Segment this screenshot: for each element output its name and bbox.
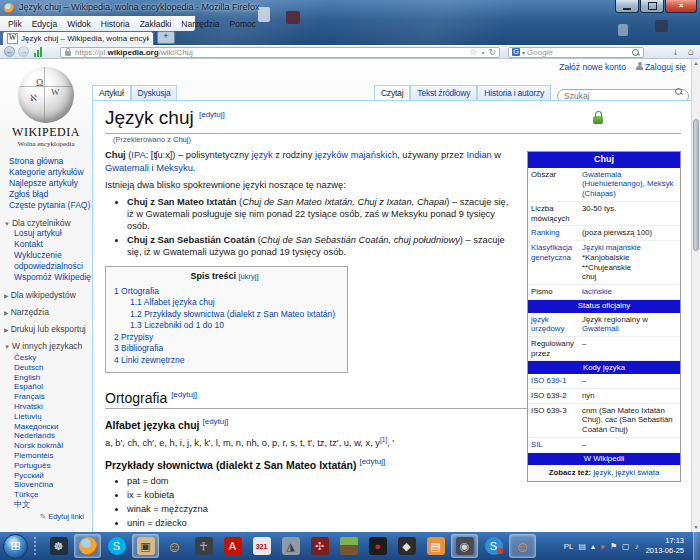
edit-interlanguage-links[interactable]: ✎ Edytuj linki [0,512,92,521]
addon-stats-icon[interactable] [34,47,42,57]
toc-item[interactable]: 2 Przypisy [114,332,335,344]
inline-link[interactable]: języki świata [615,468,659,477]
new-tab-button[interactable]: + [157,31,175,44]
edit-page-link[interactable]: [edytuj] [199,110,225,119]
taskbar-photo-app[interactable]: ◆ [393,534,420,558]
page-tab[interactable]: Tekst źródłowy [410,85,477,100]
search-engine-dropdown-icon[interactable]: ▾ [522,49,525,56]
language-link[interactable]: Македонски [14,422,92,432]
keyboard-language-indicator[interactable]: PL [564,542,574,551]
language-link[interactable]: Nederlands [14,431,92,441]
sidebar-link[interactable]: Zgłoś błąd [9,189,92,200]
inline-link[interactable]: Meksyku [156,163,193,173]
taskbar-skype-alt[interactable]: S [480,534,507,558]
antivirus-icon[interactable]: ● [600,542,605,551]
url-dropdown-icon[interactable]: ▾ [481,49,484,56]
taskbar-red-app[interactable]: ✣ [306,534,333,558]
edit-section-link[interactable]: [edytuj] [171,391,197,400]
hidden-icons-arrow[interactable]: ▴ [591,542,595,551]
sidebar-link[interactable]: Wykluczenie odpowiedzialności [14,250,92,272]
menu-edycja[interactable]: Edycja [27,19,63,29]
home-icon[interactable]: ⌂ [688,45,694,58]
sidebar-section-collapsed[interactable]: ▶Drukuj lub eksportuj [0,324,92,334]
infobox-label[interactable]: Ranking [528,226,579,240]
flag-icon[interactable]: ⚑ [610,542,617,551]
create-account-link[interactable]: Załóż nowe konto [559,62,626,72]
scrollbar-thumb[interactable] [693,119,699,251]
sidebar-link[interactable]: Strona główna [9,156,92,167]
toc-item[interactable]: 1 Ortografia [114,286,335,298]
login-link[interactable]: Zaloguj się [636,62,686,72]
inline-link[interactable]: łacińskie [582,287,612,296]
inline-link[interactable]: Indian [466,150,491,160]
maximize-button[interactable] [640,0,664,13]
scroll-down-arrow[interactable]: ▼ [692,523,700,532]
inline-link[interactable]: Chuj [173,135,188,144]
sidebar-section-readers[interactable]: ▼Dla czytelników [0,218,92,228]
language-link[interactable]: Piemontèis [14,451,92,461]
url-text[interactable]: https://pl.wikipedia.org/wiki/Chuj [75,48,469,57]
taskbar-joystick-app[interactable]: ● [364,534,391,558]
back-button[interactable]: ← [4,46,15,57]
language-link[interactable]: Slovenčina [14,480,92,490]
language-link[interactable]: Norsk bokmål [14,441,92,451]
menu-pomoc[interactable]: Pomoc [225,19,261,29]
taskbar-minecraft[interactable] [335,534,362,558]
search-magnifier-icon[interactable] [632,49,639,56]
search-engine-icon[interactable]: G [512,48,520,56]
browser-search-bar[interactable]: G ▾ Google [508,47,644,58]
infobox-label[interactable]: język urzędowy [528,313,579,336]
sidebar-link[interactable]: Wspomóż Wikipedię [14,272,92,283]
taskbar-camera-app[interactable]: ◉ [451,534,478,558]
menu-plik[interactable]: Plik [3,19,27,29]
language-link[interactable]: Deutsch [14,363,92,373]
network-icon[interactable]: ▢ [622,542,630,551]
inline-link[interactable]: Języki majańskie [582,243,641,252]
menu-narzędzia[interactable]: Narzędzia [176,19,224,29]
wikipedia-logo[interactable]: ΩWℵ [18,67,74,123]
language-link[interactable]: Česky [14,353,92,363]
browser-tab[interactable]: W Język chuj – Wikipedia, wolna encyklop… [2,31,154,45]
language-link[interactable]: English [14,373,92,383]
vertical-scrollbar[interactable]: ▲ ▼ [691,59,700,532]
show-desktop-button[interactable] [693,532,700,560]
taskbar-media-app[interactable]: ▣ [132,534,159,558]
language-link[interactable]: Español [14,382,92,392]
inline-link[interactable]: języków majańskich [315,150,397,160]
inline-link[interactable]: język [593,468,611,477]
language-link[interactable]: 中文 [14,500,92,510]
menu-historia[interactable]: Historia [96,19,135,29]
toc-item[interactable]: 1.1 Alfabet języka chuj [130,297,335,309]
edit-section-link[interactable]: [edytuj] [359,457,385,466]
printer-icon[interactable]: ▤ [578,542,586,551]
edit-section-link[interactable]: [edytuj] [202,417,228,426]
menu-widok[interactable]: Widok [62,19,96,29]
page-tab[interactable]: Artykuł [92,85,131,100]
taskbar-media-classic[interactable]: 321 [248,534,275,558]
inline-link[interactable]: Gwatemala (Huehuetenango), [582,170,647,189]
language-link[interactable]: Français [14,392,92,402]
language-link[interactable]: Português [14,461,92,471]
taskbar-adobe-reader[interactable]: A [219,534,246,558]
sidebar-link[interactable]: Losuj artykuł [14,228,92,239]
infobox-label[interactable]: SIL [528,438,579,452]
taskbar-skype[interactable]: S [103,534,130,558]
taskbar-wolf-app[interactable]: ◮ [277,534,304,558]
site-identity-lock-icon[interactable] [65,51,71,56]
sidebar-link[interactable]: Kontakt [14,239,92,250]
sidebar-link[interactable]: Częste pytania (FAQ) [9,200,92,211]
toc-item[interactable]: 4 Linki zewnętrzne [114,355,335,367]
sidebar-section-collapsed[interactable]: ▶Dla wikipedystów [0,290,92,300]
taskbar-sun-app[interactable]: ☺ [509,534,536,558]
inline-link[interactable]: Gwatemali [582,324,619,333]
start-button[interactable]: ⊞ [3,534,28,559]
taskbar-firefox[interactable] [74,534,101,558]
infobox-label[interactable]: ISO 639-1 [528,374,579,388]
toc-toggle-link[interactable]: [ukryj] [239,272,259,281]
toc-item[interactable]: 1.2 Przykłady słownictwa (dialekt z San … [130,309,335,321]
taskbar-figure-app[interactable]: ☥ [190,534,217,558]
sidebar-link[interactable]: Kategorie artykułów [9,167,92,178]
bookmark-star-icon[interactable]: ☆ [469,47,477,57]
close-button[interactable]: × [665,0,697,13]
scroll-up-arrow[interactable]: ▲ [692,59,700,68]
